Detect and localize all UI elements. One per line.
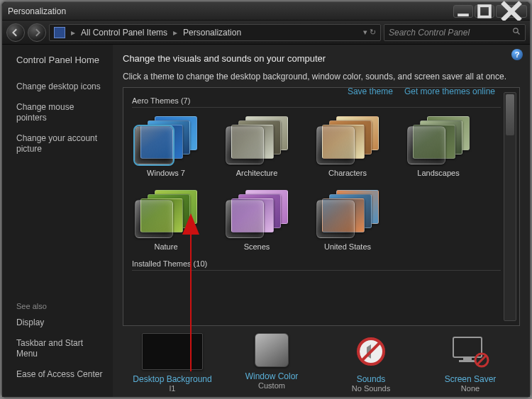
back-button[interactable]	[6, 23, 25, 42]
theme-thumbnail	[316, 190, 379, 238]
window-color-value: Custom	[222, 381, 321, 390]
window-frame: Personalization ▸ All Control Panel Item…	[1, 1, 531, 398]
theme-label: Nature	[132, 242, 200, 251]
forward-button[interactable]	[28, 23, 46, 42]
group-header-aero: Aero Themes (7)	[132, 96, 501, 108]
window-controls	[453, 5, 527, 18]
theme-color-swatch	[407, 126, 445, 164]
see-also-header: See also	[16, 302, 104, 310]
screen-saver-button[interactable]: Screen Saver None	[421, 333, 520, 393]
theme-label: Scenes	[223, 242, 291, 251]
panel-links: Save theme Get more themes online	[348, 86, 495, 96]
svg-rect-11	[459, 360, 476, 362]
desktop-background-thumb	[142, 333, 203, 370]
theme-thumbnail	[226, 116, 288, 164]
sounds-button[interactable]: Sounds No Sounds	[321, 333, 421, 393]
settings-row: Desktop Background l1 Window Color Custo…	[123, 333, 520, 393]
see-also-ease-of-access[interactable]: Ease of Access Center	[16, 369, 104, 380]
breadcrumb-item[interactable]: All Control Panel Items	[81, 28, 167, 38]
maximize-button[interactable]	[475, 5, 494, 18]
sidebar-link-mouse-pointers[interactable]: Change mouse pointers	[16, 102, 104, 123]
window-color-button[interactable]: Window Color Custom	[222, 333, 321, 393]
scrollbar-thumb[interactable]	[506, 94, 514, 135]
window-color-thumb	[255, 333, 289, 367]
theme-architecture[interactable]: Architecture	[223, 116, 291, 177]
content-body: Control Panel Home Change desktop icons …	[2, 45, 530, 397]
desktop-background-value: l1	[123, 384, 222, 393]
theme-color-swatch	[316, 200, 355, 238]
control-panel-icon	[54, 27, 65, 38]
sidebar: Control Panel Home Change desktop icons …	[2, 45, 113, 397]
svg-point-4	[514, 28, 518, 33]
search-icon	[512, 27, 521, 38]
theme-label: Architecture	[223, 169, 291, 177]
group-header-installed: Installed Themes (10)	[132, 259, 501, 271]
theme-thumbnail	[407, 116, 470, 164]
theme-thumbnail	[135, 116, 197, 164]
chevron-right-icon: ▸	[71, 28, 75, 38]
theme-color-swatch	[316, 126, 355, 164]
theme-characters[interactable]: Characters	[314, 116, 382, 177]
theme-landscapes[interactable]: Landscapes	[404, 116, 472, 177]
desktop-background-button[interactable]: Desktop Background l1	[123, 333, 222, 393]
svg-rect-10	[463, 357, 472, 360]
minimize-button[interactable]	[453, 5, 473, 18]
get-more-themes-link[interactable]: Get more themes online	[404, 86, 495, 96]
save-theme-link[interactable]: Save theme	[348, 86, 393, 96]
themes-panel: Save theme Get more themes online Aero T…	[123, 87, 520, 326]
sounds-label: Sounds	[321, 374, 421, 384]
breadcrumb-item[interactable]: Personalization	[183, 28, 241, 38]
theme-color-swatch	[135, 200, 173, 238]
screen-saver-value: None	[421, 384, 520, 393]
screen-saver-thumb	[440, 333, 501, 370]
main-panel: ? Change the visuals and sounds on your …	[113, 45, 530, 397]
desktop-background-label: Desktop Background	[123, 374, 222, 384]
title-bar: Personalization	[2, 2, 530, 21]
theme-label: United States	[314, 242, 382, 251]
theme-united-states[interactable]: United States	[314, 190, 382, 251]
close-button[interactable]	[496, 5, 527, 18]
theme-color-swatch	[226, 126, 264, 164]
search-input[interactable]: Search Control Panel	[384, 24, 526, 41]
svg-line-5	[518, 33, 520, 35]
see-also-display[interactable]: Display	[16, 317, 104, 328]
theme-label: Characters	[314, 169, 382, 177]
theme-label: Windows 7	[132, 169, 200, 177]
search-placeholder: Search Control Panel	[389, 28, 470, 38]
sounds-value: No Sounds	[321, 384, 421, 393]
theme-thumbnail	[135, 190, 197, 238]
aero-theme-grid: Windows 7ArchitectureCharactersLandscape…	[131, 112, 519, 254]
address-dropdown-icon[interactable]: ▾ ↻	[363, 28, 376, 37]
nav-bar: ▸ All Control Panel Items ▸ Personalizat…	[2, 21, 530, 45]
chevron-right-icon: ▸	[173, 28, 177, 38]
themes-scroll: Windows 7ArchitectureCharactersLandscape…	[131, 112, 519, 320]
vertical-scrollbar[interactable]	[504, 92, 516, 321]
address-bar[interactable]: ▸ All Control Panel Items ▸ Personalizat…	[49, 24, 381, 41]
theme-thumbnail	[316, 116, 379, 164]
control-panel-home-link[interactable]: Control Panel Home	[16, 55, 104, 66]
theme-color-swatch	[226, 200, 264, 238]
svg-rect-1	[479, 6, 490, 17]
see-also-taskbar[interactable]: Taskbar and Start Menu	[16, 338, 104, 359]
sounds-thumb	[340, 333, 401, 370]
window-color-label: Window Color	[222, 371, 321, 381]
theme-thumbnail	[226, 190, 288, 238]
help-icon[interactable]: ?	[511, 49, 523, 60]
theme-scenes[interactable]: Scenes	[223, 190, 291, 251]
page-subtext: Click a theme to change the desktop back…	[123, 71, 520, 83]
theme-nature[interactable]: Nature	[132, 190, 200, 251]
sidebar-link-desktop-icons[interactable]: Change desktop icons	[16, 82, 104, 92]
theme-color-swatch	[135, 126, 173, 164]
window-title: Personalization	[8, 6, 66, 16]
theme-windows-7[interactable]: Windows 7	[132, 116, 200, 177]
sidebar-link-account-picture[interactable]: Change your account picture	[16, 133, 104, 154]
page-heading: Change the visuals and sounds on your co…	[123, 53, 520, 64]
theme-label: Landscapes	[404, 169, 472, 177]
screen-saver-label: Screen Saver	[421, 374, 520, 384]
